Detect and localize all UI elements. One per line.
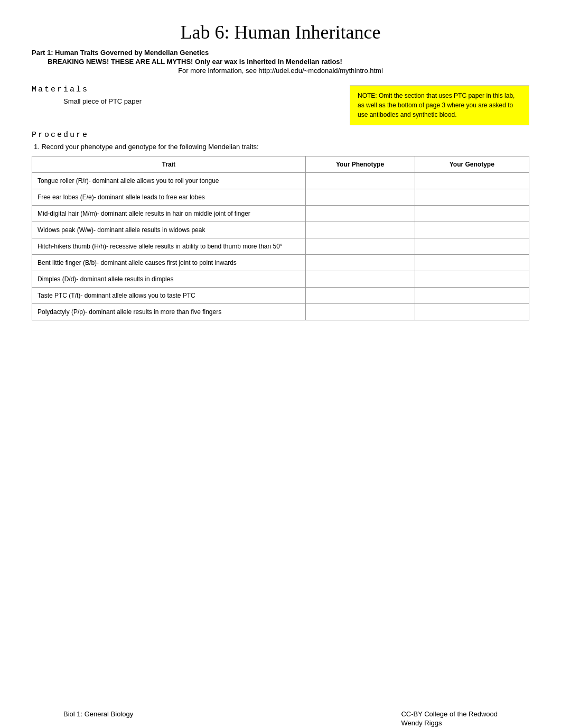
trait-cell-2: Mid-digital hair (M/m)- dominant allele … xyxy=(32,206,306,222)
table-row: Taste PTC (T/t)- dominant allele allows … xyxy=(32,288,529,304)
materials-heading: Materials xyxy=(32,85,339,94)
table-row: Mid-digital hair (M/m)- dominant allele … xyxy=(32,206,529,222)
trait-cell-7: Taste PTC (T/t)- dominant allele allows … xyxy=(32,288,306,304)
genotype-cell-6[interactable] xyxy=(415,271,529,288)
footer-right-line2: Wendy Riggs xyxy=(401,719,498,727)
trait-cell-1: Free ear lobes (E/e)- dominant allele le… xyxy=(32,189,306,206)
phenotype-cell-0[interactable] xyxy=(305,173,415,189)
breaking-news: BREAKING NEWS! THESE ARE ALL MYTHS! Only… xyxy=(48,58,529,66)
part-heading: Part 1: Human Traits Governed by Mendeli… xyxy=(32,49,529,57)
more-info: For more information, see http://udel.ed… xyxy=(32,67,529,75)
note-box: NOTE: Omit the section that uses PTC pap… xyxy=(350,85,529,125)
table-row: Tongue roller (R/r)- dominant allele all… xyxy=(32,173,529,189)
genotype-cell-1[interactable] xyxy=(415,189,529,206)
phenotype-cell-4[interactable] xyxy=(305,238,415,255)
table-row: Bent little finger (B/b)- dominant allel… xyxy=(32,255,529,271)
traits-table: Trait Your Phenotype Your Genotype Tongu… xyxy=(32,156,529,320)
phenotype-cell-6[interactable] xyxy=(305,271,415,288)
procedure-item: 1. Record your phenotype and genotype fo… xyxy=(34,143,529,151)
genotype-cell-0[interactable] xyxy=(415,173,529,189)
trait-cell-6: Dimples (D/d)- dominant allele results i… xyxy=(32,271,306,288)
procedure-heading: Procedure xyxy=(32,131,529,140)
phenotype-cell-2[interactable] xyxy=(305,206,415,222)
col-phenotype-header: Your Phenotype xyxy=(305,156,415,173)
genotype-cell-2[interactable] xyxy=(415,206,529,222)
trait-cell-3: Widows peak (W/w)- dominant allele resul… xyxy=(32,222,306,238)
genotype-cell-5[interactable] xyxy=(415,255,529,271)
trait-cell-5: Bent little finger (B/b)- dominant allel… xyxy=(32,255,306,271)
table-row: Dimples (D/d)- dominant allele results i… xyxy=(32,271,529,288)
footer: Biol 1: General Biology CC-BY College of… xyxy=(63,710,498,728)
genotype-cell-7[interactable] xyxy=(415,288,529,304)
phenotype-cell-5[interactable] xyxy=(305,255,415,271)
page-title: Lab 6: Human Inheritance xyxy=(32,21,529,43)
trait-cell-4: Hitch-hikers thumb (H/h)- recessive alle… xyxy=(32,238,306,255)
phenotype-cell-8[interactable] xyxy=(305,304,415,320)
genotype-cell-4[interactable] xyxy=(415,238,529,255)
table-row: Widows peak (W/w)- dominant allele resul… xyxy=(32,222,529,238)
table-row: Polydactyly (P/p)- dominant allele resul… xyxy=(32,304,529,320)
footer-left: Biol 1: General Biology xyxy=(63,710,133,728)
table-row: Hitch-hikers thumb (H/h)- recessive alle… xyxy=(32,238,529,255)
phenotype-cell-7[interactable] xyxy=(305,288,415,304)
phenotype-cell-1[interactable] xyxy=(305,189,415,206)
materials-item: Small piece of PTC paper xyxy=(63,97,339,105)
genotype-cell-3[interactable] xyxy=(415,222,529,238)
phenotype-cell-3[interactable] xyxy=(305,222,415,238)
col-trait-header: Trait xyxy=(32,156,306,173)
table-row: Free ear lobes (E/e)- dominant allele le… xyxy=(32,189,529,206)
genotype-cell-8[interactable] xyxy=(415,304,529,320)
footer-right: CC-BY College of the Redwood Wendy Riggs xyxy=(401,710,498,728)
trait-cell-0: Tongue roller (R/r)- dominant allele all… xyxy=(32,173,306,189)
col-genotype-header: Your Genotype xyxy=(415,156,529,173)
footer-right-line1: CC-BY College of the Redwood xyxy=(401,710,498,718)
trait-cell-8: Polydactyly (P/p)- dominant allele resul… xyxy=(32,304,306,320)
